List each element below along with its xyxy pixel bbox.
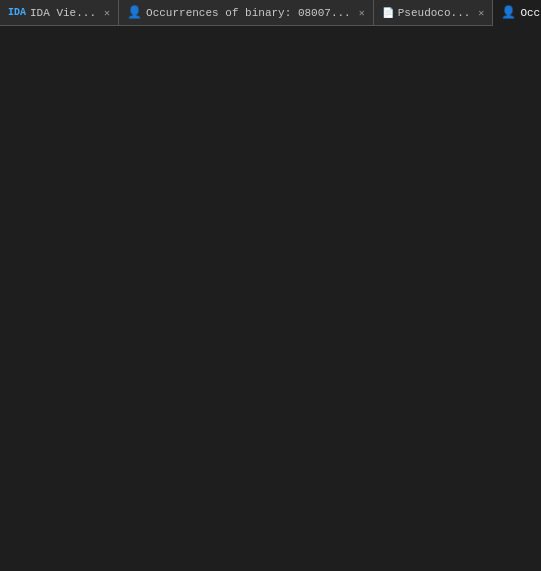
tab-pseudocode[interactable]: 📄 Pseudoco... ✕ — [374, 0, 494, 25]
tab-occurrences-label: Occurrences of binary: 08007... — [146, 7, 351, 19]
tab-ida-close[interactable]: ✕ — [104, 7, 110, 19]
tab-occurrences-close[interactable]: ✕ — [359, 7, 365, 19]
tab-pseudocode-close[interactable]: ✕ — [478, 7, 484, 19]
tab-occurrence2-label: Occurrence — [520, 7, 541, 19]
code-area — [0, 26, 541, 571]
tab-pseudocode-label: Pseudoco... — [398, 7, 471, 19]
doc-icon: 📄 — [382, 7, 394, 19]
tab-occurrences[interactable]: 👤 Occurrences of binary: 08007... ✕ — [119, 0, 374, 25]
person-icon-1: 👤 — [127, 5, 142, 20]
tab-occurrence2[interactable]: 👤 Occurrence — [493, 0, 541, 26]
tab-ida-label: IDA Vie... — [30, 7, 96, 19]
person-icon-2: 👤 — [501, 5, 516, 20]
ida-icon: IDA — [8, 7, 26, 18]
tab-bar: IDA IDA Vie... ✕ 👤 Occurrences of binary… — [0, 0, 541, 26]
tab-ida-view[interactable]: IDA IDA Vie... ✕ — [0, 0, 119, 25]
code-lines-container — [0, 26, 541, 571]
